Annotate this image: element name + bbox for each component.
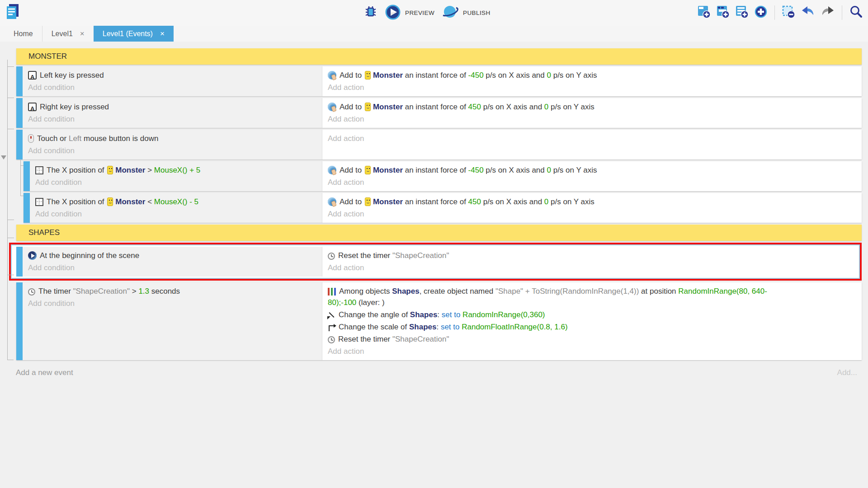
- add-more-button[interactable]: [754, 5, 768, 20]
- event-action[interactable]: Change the angle of Shapes: set to Rando…: [322, 309, 862, 321]
- event-condition[interactable]: The timer "ShapeCreation" > 1.3 seconds: [23, 285, 322, 297]
- tab-level1-events[interactable]: Level1 (Events) ×: [94, 26, 174, 42]
- tab-label: Level1: [52, 30, 73, 38]
- event-action[interactable]: Reset the timer "ShapeCreation": [322, 333, 862, 345]
- add-event-button[interactable]: [697, 5, 711, 20]
- actions-cell: Add action: [322, 130, 862, 160]
- event-row[interactable]: Right key is pressedAdd conditionAdd to …: [16, 98, 862, 128]
- event-condition[interactable]: Left key is pressed: [23, 69, 322, 81]
- redo-button[interactable]: [821, 5, 835, 20]
- force-icon: [328, 166, 336, 174]
- event-row[interactable]: The timer "ShapeCreation" > 1.3 secondsA…: [16, 282, 862, 360]
- publish-button[interactable]: PUBLISH: [441, 4, 491, 22]
- conditions-cell: The timer "ShapeCreation" > 1.3 secondsA…: [23, 282, 322, 360]
- tree-line: [7, 129, 14, 129]
- actions-cell: Add to Monster an instant force of 450 p…: [322, 193, 862, 223]
- conditions-cell: Right key is pressedAdd condition: [23, 98, 322, 128]
- actions-cell: Add to Monster an instant force of -450 …: [322, 66, 862, 96]
- preview-button[interactable]: PREVIEW: [385, 4, 434, 22]
- add-action-button[interactable]: Add action: [322, 345, 862, 357]
- preview-label: PREVIEW: [405, 9, 434, 16]
- event-action[interactable]: Add to Monster an instant force of 450 p…: [322, 196, 862, 208]
- conditions-cell: Touch or Left mouse button is downAdd co…: [23, 130, 322, 160]
- add-condition-button[interactable]: Add condition: [30, 208, 322, 220]
- event-action[interactable]: Add to Monster an instant force of -450 …: [322, 164, 862, 176]
- tab-close-icon[interactable]: ×: [80, 30, 85, 38]
- add-more-icon: [754, 5, 768, 20]
- event-condition[interactable]: Right key is pressed: [23, 101, 322, 113]
- event-action[interactable]: Add to Monster an instant force of -450 …: [322, 69, 862, 81]
- event-condition[interactable]: At the beginning of the scene: [23, 249, 322, 262]
- group-header-row[interactable]: MONSTER: [16, 48, 862, 65]
- tree-line: [20, 196, 24, 196]
- group-header-row[interactable]: SHAPES: [16, 225, 862, 241]
- add-condition-button[interactable]: Add condition: [23, 297, 322, 310]
- preview-play-icon: [385, 4, 401, 22]
- undo-button[interactable]: [801, 5, 815, 20]
- event-condition[interactable]: The X position of Monster > MouseX() + 5: [30, 164, 322, 176]
- search-icon: [849, 5, 863, 20]
- project-manager-button[interactable]: [4, 3, 22, 23]
- project-manager-icon: [4, 3, 22, 23]
- add-new-event-button[interactable]: Add a new event: [16, 368, 73, 377]
- delete-event-icon: [782, 5, 795, 20]
- tab-level1-scene[interactable]: Level1 ×: [42, 26, 94, 42]
- debugger-button[interactable]: [363, 5, 378, 21]
- main-toolbar: PREVIEW PUBLISH: [0, 0, 868, 26]
- add-action-button[interactable]: Add action: [322, 113, 862, 125]
- tree-line: [7, 275, 14, 275]
- add-action-button[interactable]: Add action: [322, 176, 862, 188]
- add-condition-button[interactable]: Add condition: [23, 113, 322, 125]
- add-comment-button[interactable]: [735, 5, 749, 20]
- add-action-button[interactable]: Add action: [322, 132, 862, 145]
- group-label: MONSTER: [23, 52, 67, 61]
- toolbar-center-group: PREVIEW PUBLISH: [363, 4, 491, 22]
- tab-close-icon[interactable]: ×: [160, 30, 165, 38]
- conditions-cell: The X position of Monster > MouseX() + 5…: [30, 161, 322, 191]
- event-action[interactable]: Among objects Shapes, create object name…: [322, 285, 862, 309]
- timer-icon: [328, 253, 335, 260]
- event-row[interactable]: Left key is pressedAdd conditionAdd to M…: [16, 66, 862, 96]
- event-action[interactable]: Change the scale of Shapes: set to Rando…: [322, 321, 862, 333]
- conditions-cell: The X position of Monster < MouseX() - 5…: [30, 193, 322, 223]
- position-icon: [35, 166, 43, 174]
- add-action-button[interactable]: Add action: [322, 262, 859, 274]
- event-row[interactable]: Touch or Left mouse button is downAdd co…: [16, 130, 862, 160]
- event-color-bar: [16, 282, 23, 360]
- monster-sprite-icon: [365, 197, 371, 206]
- actions-cell: Add to Monster an instant force of -450 …: [322, 161, 862, 191]
- event-action[interactable]: Add to Monster an instant force of 450 p…: [322, 101, 862, 113]
- gdevelop-window: PREVIEW PUBLISH: [0, 0, 868, 488]
- add-condition-button[interactable]: Add condition: [23, 262, 322, 274]
- redo-icon: [821, 5, 835, 20]
- event-row[interactable]: At the beginning of the sceneAdd conditi…: [16, 247, 859, 277]
- delete-event-button[interactable]: [782, 5, 795, 20]
- actions-cell: Add to Monster an instant force of 450 p…: [322, 98, 862, 128]
- monster-sprite-icon: [365, 103, 371, 111]
- toolbar-right-group: [697, 5, 863, 20]
- add-condition-button[interactable]: Add condition: [23, 81, 322, 94]
- event-color-bar: [16, 98, 23, 128]
- add-subevent-button[interactable]: [716, 5, 730, 20]
- group-label: SHAPES: [23, 228, 60, 237]
- event-color-bar: [16, 130, 23, 160]
- selected-event-outline: At the beginning of the sceneAdd conditi…: [11, 244, 860, 279]
- event-condition[interactable]: The X position of Monster < MouseX() - 5: [30, 196, 322, 208]
- event-condition[interactable]: Touch or Left mouse button is down: [23, 132, 322, 145]
- timer-icon: [328, 336, 335, 343]
- add-condition-button[interactable]: Add condition: [23, 145, 322, 157]
- event-color-bar: [24, 193, 30, 223]
- debugger-icon: [363, 5, 378, 21]
- event-action[interactable]: Reset the timer "ShapeCreation": [322, 249, 859, 262]
- keyboard-key-icon: [28, 103, 37, 111]
- add-subevent-icon: [716, 5, 730, 20]
- add-action-button[interactable]: Add action: [322, 208, 862, 220]
- search-button[interactable]: [849, 5, 863, 20]
- event-row[interactable]: The X position of Monster < MouseX() - 5…: [24, 193, 862, 223]
- collapse-expander-icon[interactable]: [1, 155, 6, 160]
- event-row[interactable]: The X position of Monster > MouseX() + 5…: [24, 161, 862, 191]
- add-condition-button[interactable]: Add condition: [30, 176, 322, 188]
- tab-home[interactable]: Home: [5, 26, 42, 42]
- add-action-button[interactable]: Add action: [322, 81, 862, 94]
- add-more-link[interactable]: Add...: [837, 368, 857, 377]
